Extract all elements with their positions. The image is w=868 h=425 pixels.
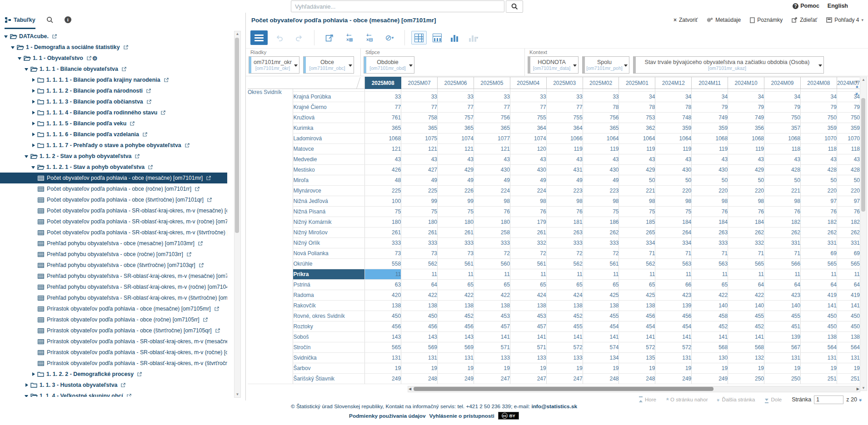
column-header[interactable]: 2024M12: [655, 77, 692, 89]
data-cell[interactable]: 334: [655, 238, 692, 248]
data-cell[interactable]: 79: [692, 102, 728, 113]
tab-tables[interactable]: Tabuľky: [5, 12, 35, 29]
external-link-icon[interactable]: [130, 121, 135, 126]
data-cell[interactable]: 564: [800, 342, 837, 353]
data-cell[interactable]: 1064: [655, 133, 692, 144]
data-cell[interactable]: 76: [800, 207, 837, 217]
external-link-icon[interactable]: [137, 372, 142, 376]
data-cell[interactable]: 180: [438, 217, 474, 227]
data-cell[interactable]: 141: [619, 332, 655, 342]
data-cell[interactable]: 565: [728, 259, 764, 269]
tree-table-item[interactable]: Prírastok obyvateľov podľa pohlavia - SR…: [0, 347, 227, 358]
data-cell[interactable]: 223: [546, 186, 583, 196]
tree-folder-item[interactable]: 1. 1. 1 - Bilancie obyvateľstva: [0, 64, 227, 74]
external-link-icon[interactable]: [195, 187, 200, 191]
data-cell[interactable]: 76: [764, 207, 801, 217]
data-cell[interactable]: 118: [764, 144, 801, 154]
data-cell[interactable]: 130: [692, 353, 728, 363]
data-cell[interactable]: 572: [546, 342, 583, 353]
tree-folder-item[interactable]: 1. 1 - Obyvateľstvo⚙: [0, 53, 227, 64]
data-cell[interactable]: 77: [510, 102, 546, 113]
data-cell[interactable]: 220: [655, 186, 692, 196]
data-cell[interactable]: 97: [800, 196, 837, 207]
scroll-up-icon[interactable]: ▲: [853, 79, 860, 84]
dimension-selector[interactable]: HODNOTA[om7101mr_data]: [528, 56, 579, 74]
data-cell[interactable]: 64: [837, 280, 860, 290]
scrollbar-thumb[interactable]: [414, 387, 713, 391]
data-cell[interactable]: 11: [474, 269, 510, 280]
data-cell[interactable]: 121: [401, 144, 438, 154]
data-cell[interactable]: 362: [619, 123, 655, 133]
data-cell[interactable]: 19: [764, 363, 801, 374]
data-cell[interactable]: 452: [728, 321, 764, 332]
undo-button[interactable]: [270, 30, 288, 45]
data-cell[interactable]: 262: [837, 227, 860, 238]
row-header[interactable]: Kružlová: [293, 113, 365, 123]
column-header[interactable]: 2025M08: [365, 77, 401, 89]
data-cell[interactable]: 456: [401, 321, 438, 332]
data-cell[interactable]: 141: [510, 332, 546, 342]
tree-table-item[interactable]: Prírastok obyvateľov podľa pohlavia - ob…: [0, 303, 227, 314]
data-cell[interactable]: 73: [401, 248, 438, 259]
data-cell[interactable]: 456: [655, 311, 692, 321]
data-cell[interactable]: 430: [474, 165, 510, 175]
tree-folder-item[interactable]: 1. 1. 2. 1 - Stav a pohyb obyvateľstva: [0, 162, 227, 173]
data-cell[interactable]: 456: [365, 321, 401, 332]
tree-folder-item[interactable]: 1. 1. 1. 6 - Bilancie podľa vzdelania: [0, 129, 227, 140]
dimension-selector[interactable]: Obdobie[om7101mr_obd]: [364, 56, 414, 74]
views-button[interactable]: Pohľady 4 ▾: [826, 17, 863, 23]
data-cell[interactable]: 71: [692, 248, 728, 259]
tree-table-item[interactable]: Prírastok obyvateľov podľa pohlavia - ob…: [0, 314, 227, 325]
row-header[interactable]: Nová Polianka: [293, 248, 365, 259]
data-cell[interactable]: 430: [655, 165, 692, 175]
data-cell[interactable]: 43: [800, 154, 837, 165]
data-cell[interactable]: 565: [837, 259, 860, 269]
data-cell[interactable]: 365: [474, 123, 510, 133]
data-cell[interactable]: 121: [365, 144, 401, 154]
data-cell[interactable]: 76: [692, 207, 728, 217]
external-link-icon[interactable]: [206, 176, 211, 180]
data-cell[interactable]: 748: [655, 113, 692, 123]
terms-link[interactable]: Podmienky používania údajov: [349, 413, 425, 419]
data-cell[interactable]: 76: [837, 207, 860, 217]
data-cell[interactable]: 425: [583, 290, 619, 301]
data-cell[interactable]: 120: [510, 144, 546, 154]
column-header[interactable]: 2024M10: [728, 77, 764, 89]
row-header[interactable]: Krajná Porúbka: [293, 92, 365, 102]
data-cell[interactable]: 248: [401, 374, 438, 384]
data-cell[interactable]: 97: [837, 196, 860, 207]
column-header[interactable]: 2025M06: [438, 77, 474, 89]
data-cell[interactable]: 450: [837, 311, 860, 321]
data-cell[interactable]: 141: [583, 332, 619, 342]
data-cell[interactable]: 223: [583, 186, 619, 196]
data-cell[interactable]: 247: [510, 374, 546, 384]
data-cell[interactable]: 1066: [546, 133, 583, 144]
help-link[interactable]: ? Pomoc: [793, 3, 819, 9]
data-cell[interactable]: 19: [619, 363, 655, 374]
data-cell[interactable]: 419: [837, 290, 860, 301]
data-cell[interactable]: 65: [438, 280, 474, 290]
data-cell[interactable]: 64: [800, 280, 837, 290]
data-cell[interactable]: 141: [837, 301, 860, 311]
dimension-selector[interactable]: om7101mr_okr[om7101mr_okr]: [249, 56, 299, 74]
scroll-left-icon[interactable]: ◀: [409, 387, 411, 391]
data-cell[interactable]: 454: [583, 321, 619, 332]
data-cell[interactable]: 572: [655, 342, 692, 353]
data-cell[interactable]: 561: [510, 259, 546, 269]
data-cell[interactable]: 431: [546, 165, 583, 175]
data-cell[interactable]: 450: [837, 321, 860, 332]
row-header[interactable]: Okrúhle: [293, 259, 365, 269]
data-cell[interactable]: 749: [692, 113, 728, 123]
data-cell[interactable]: 131: [800, 353, 837, 363]
data-cell[interactable]: 77: [546, 102, 583, 113]
data-cell[interactable]: 43: [401, 154, 438, 165]
data-cell[interactable]: 261: [365, 227, 401, 238]
caret-down-icon[interactable]: [10, 44, 17, 50]
row-header[interactable]: Nižný Mirošov: [293, 227, 365, 238]
data-cell[interactable]: 562: [619, 259, 655, 269]
tree-table-item[interactable]: Počet obyvateľov podľa pohlavia - SR-obl…: [0, 216, 227, 227]
data-cell[interactable]: 184: [692, 217, 728, 227]
data-cell[interactable]: 77: [365, 102, 401, 113]
data-cell[interactable]: 131: [837, 353, 860, 363]
data-cell[interactable]: 99: [438, 196, 474, 207]
